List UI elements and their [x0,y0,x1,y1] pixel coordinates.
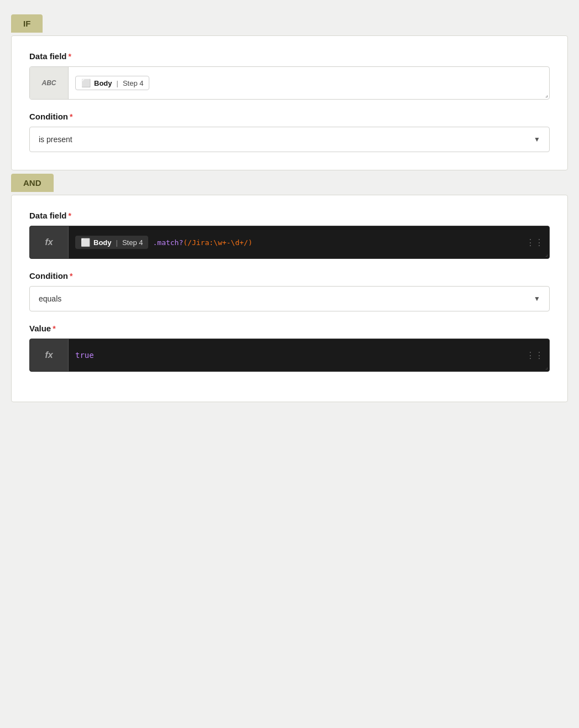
if-condition-label: Condition * [29,112,550,121]
and-field-type-badge: fx [30,226,69,258]
if-condition-value: is present [39,135,72,144]
if-step-number: Step 4 [123,79,144,87]
if-step-tag[interactable]: ⬜ Body | Step 4 [75,76,149,90]
and-field-content[interactable]: ⬜ Body | Step 4 .match?(/Jira:\w+-\d+/) … [69,226,549,258]
and-condition-label: Condition * [29,271,550,280]
if-step-separator: | [117,79,118,87]
and-card: Data field * fx ⬜ Body | Step 4 .match?(… [11,195,568,402]
if-block-body: Data field * ABC ⬜ Body | Step 4 ⌟ [12,36,567,170]
and-data-field-label: Data field * [29,211,550,220]
and-value-group: Value * fx true ⋮⋮ ⌟ [29,324,550,372]
and-step-icon: ⬜ [81,238,90,247]
formula-regex: (/Jira:\w+-\d+/) [183,238,252,247]
if-tab: IF [11,14,43,33]
formula-method: .match? [153,238,183,247]
and-step-separator: | [116,238,118,247]
if-field-type-badge: ABC [30,67,69,99]
and-value-label: Value * [29,324,550,333]
if-data-field-group: Data field * ABC ⬜ Body | Step 4 ⌟ [29,51,550,100]
drag-handle-and[interactable]: ⋮⋮ [526,237,544,248]
and-data-field-group: Data field * fx ⬜ Body | Step 4 .match?(… [29,211,550,259]
resize-handle-if: ⌟ [545,92,548,98]
and-condition-select[interactable]: equals ▼ [29,286,550,311]
and-required-star: * [69,211,71,220]
resize-handle-and: ⌟ [545,251,548,257]
and-condition-value: equals [39,294,61,303]
if-field-content[interactable]: ⬜ Body | Step 4 ⌟ [69,67,549,99]
if-step-body: Body [94,79,112,87]
and-formula: .match?(/Jira:\w+-\d+/) [153,238,252,247]
and-step-tag[interactable]: ⬜ Body | Step 4 [75,236,148,249]
and-value-content[interactable]: true ⋮⋮ ⌟ [69,339,549,371]
and-block: AND 🗑 Delete Data field * fx ⬜ Body | [11,195,568,402]
and-block-body: Data field * fx ⬜ Body | Step 4 .match?(… [12,195,567,402]
and-condition-group: Condition * equals ▼ [29,271,550,311]
and-value-type-badge: fx [30,339,69,371]
if-chevron-icon: ▼ [534,136,540,143]
if-data-field-label: Data field * [29,51,550,61]
and-step-number: Step 4 [122,238,143,247]
if-condition-select[interactable]: is present ▼ [29,127,550,152]
if-step-icon: ⬜ [81,79,91,87]
if-condition-required: * [70,112,72,121]
and-value-text: true [75,351,94,360]
if-required-star: * [69,52,71,61]
resize-handle-value: ⌟ [545,364,548,370]
and-value-required: * [53,324,55,333]
and-chevron-icon: ▼ [534,295,540,303]
drag-handle-value[interactable]: ⋮⋮ [526,350,544,361]
and-step-body: Body [93,238,112,247]
and-data-field-input[interactable]: fx ⬜ Body | Step 4 .match?(/Jira:\w+-\d+… [29,226,550,259]
and-tab: AND [11,174,54,192]
if-block: IF 🗑 Delete Data field * ABC ⬜ Body | [11,35,568,170]
and-value-input[interactable]: fx true ⋮⋮ ⌟ [29,339,550,372]
if-condition-group: Condition * is present ▼ [29,112,550,152]
and-condition-required: * [70,272,72,280]
if-card: Data field * ABC ⬜ Body | Step 4 ⌟ [11,35,568,170]
if-data-field-input[interactable]: ABC ⬜ Body | Step 4 ⌟ [29,66,550,100]
